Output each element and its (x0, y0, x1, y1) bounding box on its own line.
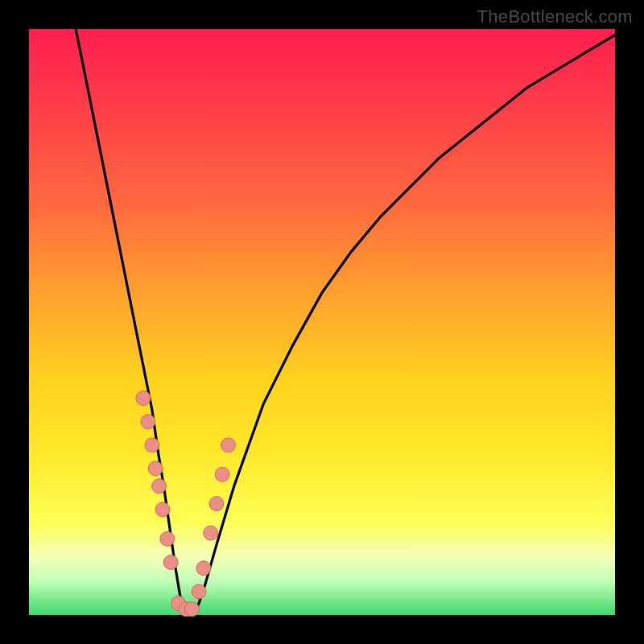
marker-point (160, 531, 175, 546)
highlight-markers (136, 391, 236, 617)
chart-svg (29, 29, 615, 615)
marker-point (184, 602, 199, 617)
marker-point (148, 461, 163, 476)
marker-point (209, 497, 224, 511)
plot-area (29, 29, 615, 615)
marker-point (163, 555, 178, 570)
marker-point (196, 561, 211, 576)
marker-point (136, 391, 151, 406)
marker-point (192, 584, 206, 599)
marker-point (215, 467, 229, 481)
marker-point (204, 526, 218, 540)
chart-frame: TheBottleneck.com (0, 0, 644, 644)
marker-point (141, 415, 155, 429)
marker-point (155, 502, 170, 517)
bottleneck-curve (76, 29, 615, 615)
marker-point (145, 438, 159, 452)
watermark-text: TheBottleneck.com (477, 6, 633, 27)
marker-point (221, 438, 236, 452)
marker-point (152, 479, 167, 493)
